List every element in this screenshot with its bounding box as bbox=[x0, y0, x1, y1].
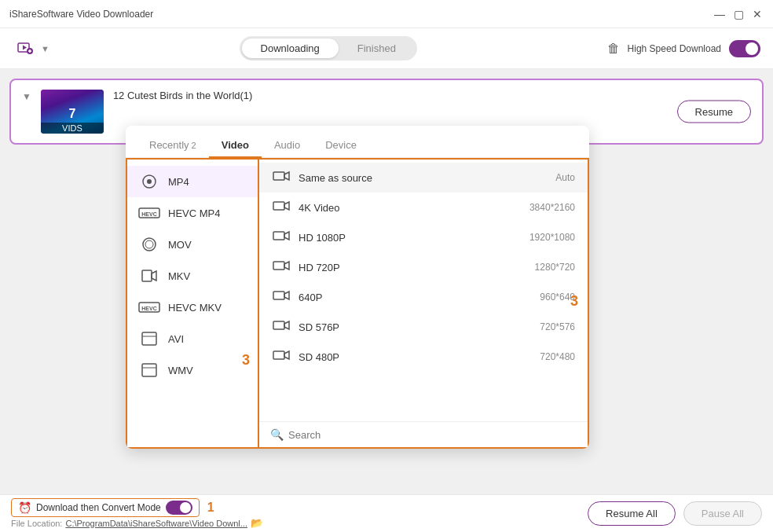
avi-label: AVI bbox=[168, 333, 184, 345]
tab-recently[interactable]: Recently2 bbox=[137, 134, 209, 158]
maximize-button[interactable]: ▢ bbox=[732, 8, 745, 20]
quality-icon-1 bbox=[272, 200, 291, 215]
quality-icon-2 bbox=[272, 229, 291, 245]
mkv-label: MKV bbox=[168, 270, 190, 282]
hevc-mp4-icon: HEVC bbox=[138, 204, 160, 222]
format-item-avi[interactable]: AVI bbox=[127, 323, 258, 354]
resume-all-button[interactable]: Resume All bbox=[588, 501, 676, 526]
quality-576p[interactable]: SD 576P 720*576 bbox=[259, 312, 588, 342]
svg-marker-30 bbox=[284, 321, 289, 329]
bottom-bar: ⏰ Download then Convert Mode 1 File Loca… bbox=[0, 494, 773, 532]
folder-icon[interactable]: 📂 bbox=[251, 517, 263, 529]
add-download-button[interactable] bbox=[13, 36, 38, 61]
svg-text:HEVC: HEVC bbox=[141, 306, 156, 311]
format-tabs: Recently2 Video Audio Device bbox=[126, 126, 589, 158]
hevc-mp4-label: HEVC MP4 bbox=[168, 207, 220, 219]
quality-4k[interactable]: 4K Video 3840*2160 bbox=[259, 193, 588, 222]
quality-res-2: 1920*1080 bbox=[529, 232, 575, 243]
app-title: iShareSoftware Video Downloader bbox=[9, 9, 713, 20]
svg-marker-22 bbox=[284, 202, 289, 210]
quality-name-4: 640P bbox=[299, 292, 532, 303]
quality-hd720[interactable]: HD 720P 1280*720 bbox=[259, 252, 588, 282]
svg-rect-31 bbox=[273, 351, 284, 359]
close-button[interactable]: ✕ bbox=[751, 8, 764, 20]
toolbar: ▼ Downloading Finished 🗑 High Speed Down… bbox=[0, 28, 773, 69]
format-search: 🔍 bbox=[259, 421, 588, 447]
svg-text:HEVC: HEVC bbox=[141, 211, 156, 217]
svg-rect-27 bbox=[273, 292, 284, 299]
format-item-mkv[interactable]: MKV bbox=[127, 260, 258, 292]
quality-hd1080[interactable]: HD 1080P 1920*1080 bbox=[259, 222, 588, 252]
tab-finished[interactable]: Finished bbox=[339, 39, 415, 58]
quality-same-as-source[interactable]: Same as source Auto bbox=[259, 163, 588, 193]
vids-label: VIDS bbox=[41, 123, 104, 134]
svg-point-10 bbox=[145, 240, 153, 248]
quality-res-6: 720*480 bbox=[540, 351, 575, 362]
file-path-text[interactable]: C:\ProgramData\iShareSoftware\Video Down… bbox=[65, 519, 247, 528]
quality-res-1: 3840*2160 bbox=[529, 202, 575, 213]
tab-device[interactable]: Device bbox=[313, 134, 369, 158]
format-item-hevc-mp4[interactable]: HEVC HEVC MP4 bbox=[127, 197, 258, 229]
format-item-hevc-mkv[interactable]: HEVC HEVC MKV bbox=[127, 292, 258, 323]
toolbar-right: 🗑 High Speed Download bbox=[607, 40, 760, 57]
quality-name-0: Same as source bbox=[299, 172, 548, 184]
quality-640p[interactable]: 640P 960*640 bbox=[259, 282, 588, 312]
format-item-wmv[interactable]: WMV bbox=[127, 354, 258, 386]
high-speed-toggle[interactable] bbox=[729, 40, 760, 57]
avi-icon bbox=[138, 330, 160, 347]
svg-marker-4 bbox=[23, 45, 27, 50]
svg-rect-25 bbox=[273, 262, 284, 270]
svg-rect-17 bbox=[142, 364, 156, 376]
mkv-icon bbox=[138, 267, 160, 284]
resume-button[interactable]: Resume bbox=[677, 101, 751, 123]
svg-marker-32 bbox=[284, 351, 289, 359]
trash-icon[interactable]: 🗑 bbox=[607, 42, 620, 56]
file-location-label: File Location: bbox=[11, 519, 62, 528]
quality-icon-4 bbox=[272, 289, 291, 305]
wmv-icon bbox=[138, 361, 160, 379]
mp4-icon bbox=[138, 173, 160, 190]
toolbar-center: Downloading Finished bbox=[56, 36, 601, 61]
svg-rect-23 bbox=[273, 232, 284, 240]
format-item-mov[interactable]: MOV bbox=[127, 229, 258, 260]
minimize-button[interactable]: — bbox=[713, 8, 726, 20]
svg-marker-28 bbox=[284, 292, 289, 299]
mp4-label: MP4 bbox=[168, 176, 189, 188]
quality-icon-6 bbox=[272, 349, 291, 365]
svg-marker-12 bbox=[152, 271, 156, 281]
convert-mode-row: ⏰ Download then Convert Mode bbox=[11, 498, 200, 517]
main-content: ▼ 7 VIDS 12 Cutest Birds in the World(1)… bbox=[0, 69, 773, 494]
quality-icon-3 bbox=[272, 259, 291, 275]
quality-name-6: SD 480P bbox=[299, 351, 532, 363]
format-left: MP4 HEVC HEVC MP4 MOV bbox=[126, 158, 259, 449]
pause-all-button[interactable]: Pause All bbox=[683, 501, 762, 526]
svg-rect-29 bbox=[273, 321, 284, 329]
card-title: 12 Cutest Birds in the World(1) bbox=[113, 90, 751, 101]
svg-rect-15 bbox=[142, 332, 156, 345]
one-badge: 1 bbox=[207, 501, 214, 515]
quality-res-3: 1280*720 bbox=[535, 262, 575, 273]
quality-480p[interactable]: SD 480P 720*480 bbox=[259, 342, 588, 372]
tab-downloading[interactable]: Downloading bbox=[242, 39, 339, 58]
hevc-mkv-icon: HEVC bbox=[138, 299, 160, 316]
search-input[interactable] bbox=[288, 429, 577, 441]
format-right: Same as source Auto 4K Video 3840*2160 bbox=[259, 158, 589, 449]
svg-marker-26 bbox=[284, 262, 289, 270]
mov-label: MOV bbox=[168, 239, 192, 251]
svg-point-6 bbox=[147, 179, 152, 184]
quality-name-2: HD 1080P bbox=[299, 232, 522, 244]
toolbar-dropdown-arrow[interactable]: ▼ bbox=[41, 44, 49, 53]
format-left-badge: 3 bbox=[242, 352, 250, 369]
tab-audio[interactable]: Audio bbox=[262, 134, 313, 158]
expand-icon[interactable]: ▼ bbox=[22, 91, 31, 102]
card-info: 12 Cutest Birds in the World(1) bbox=[113, 90, 751, 106]
format-item-mp4[interactable]: MP4 bbox=[127, 166, 258, 197]
quality-list: Same as source Auto 4K Video 3840*2160 bbox=[259, 160, 588, 375]
quality-res-0: Auto bbox=[555, 172, 575, 183]
tab-video[interactable]: Video bbox=[209, 134, 262, 158]
convert-toggle[interactable] bbox=[166, 501, 192, 515]
bottom-left: ⏰ Download then Convert Mode 1 File Loca… bbox=[11, 498, 577, 529]
toolbar-left: ▼ bbox=[13, 36, 49, 61]
quality-res-5: 720*576 bbox=[540, 321, 575, 332]
convert-icon: ⏰ bbox=[18, 501, 31, 514]
